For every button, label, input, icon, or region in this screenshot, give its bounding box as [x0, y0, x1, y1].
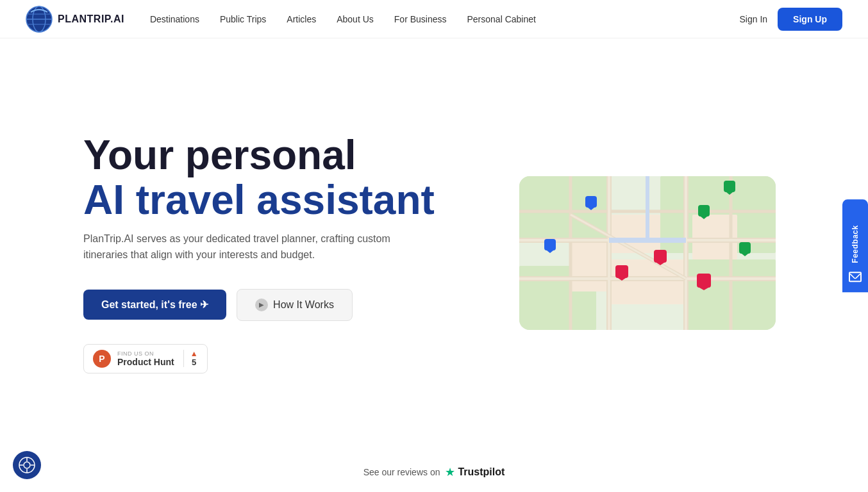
nav-actions: Sign In Sign Up — [740, 8, 842, 31]
product-hunt-score: ▲ 5 — [183, 350, 198, 367]
nav-links: Destinations Public Trips Articles About… — [150, 14, 740, 24]
trustpilot-star: ★ — [445, 465, 455, 479]
hero-map — [519, 176, 776, 330]
feedback-envelope-icon — [849, 272, 862, 283]
bottom-bar: See our reviews on ★ Trustpilot — [0, 465, 868, 479]
logo-link[interactable]: PLANTRIP.AI — [26, 6, 124, 33]
product-hunt-badge[interactable]: P FIND US ON Product Hunt ▲ 5 — [83, 344, 208, 373]
hero-content: Your personal AI travel assistant PlanTr… — [83, 133, 481, 373]
how-it-works-button[interactable]: ▶ How It Works — [237, 289, 353, 321]
svg-rect-36 — [698, 205, 710, 217]
hero-subtitle: PlanTrip.AI serves as your dedicated tra… — [83, 231, 391, 263]
logo-text: PLANTRIP.AI — [58, 13, 124, 25]
trustpilot-area: See our reviews on ★ Trustpilot — [363, 465, 505, 479]
svg-rect-40 — [654, 250, 667, 263]
trustpilot-prefix: See our reviews on — [363, 467, 440, 477]
map-container — [519, 176, 776, 330]
svg-rect-38 — [739, 242, 751, 254]
map-svg — [519, 176, 776, 330]
svg-rect-30 — [585, 196, 597, 208]
nav-link-public-trips[interactable]: Public Trips — [220, 14, 266, 24]
feedback-button[interactable]: Feedback — [842, 199, 868, 292]
bottom-icon-svg — [19, 457, 35, 473]
hero-section: Your personal AI travel assistant PlanTr… — [0, 38, 868, 455]
how-it-works-label: How It Works — [273, 299, 334, 311]
nav-link-personal-cabinet[interactable]: Personal Cabinet — [467, 14, 536, 24]
product-hunt-arrow: ▲ — [190, 350, 198, 357]
signup-button[interactable]: Sign Up — [778, 8, 842, 31]
logo-icon — [26, 6, 53, 33]
trustpilot-logo: ★ Trustpilot — [445, 465, 505, 479]
hero-title-line2: AI travel assistant — [83, 177, 435, 223]
trustpilot-name: Trustpilot — [458, 466, 505, 478]
svg-rect-44 — [697, 274, 711, 288]
nav-link-articles[interactable]: Articles — [287, 14, 316, 24]
nav-link-destinations[interactable]: Destinations — [150, 14, 199, 24]
hero-title: Your personal AI travel assistant — [83, 133, 481, 223]
get-started-button[interactable]: Get started, it's free ✈ — [83, 290, 226, 320]
hero-title-line1: Your personal — [83, 132, 356, 178]
navbar: PLANTRIP.AI Destinations Public Trips Ar… — [0, 0, 868, 38]
product-hunt-find-us: FIND US ON — [117, 350, 174, 357]
hero-buttons: Get started, it's free ✈ ▶ How It Works — [83, 289, 481, 321]
product-hunt-logo: P — [93, 350, 111, 368]
signin-button[interactable]: Sign In — [740, 14, 768, 24]
nav-link-for-business[interactable]: For Business — [394, 14, 447, 24]
svg-rect-14 — [571, 240, 609, 291]
product-hunt-number: 5 — [192, 357, 196, 367]
svg-point-47 — [24, 462, 30, 468]
svg-rect-42 — [615, 265, 628, 278]
product-hunt-name: Product Hunt — [117, 357, 174, 367]
nav-link-about-us[interactable]: About Us — [337, 14, 374, 24]
feedback-label: Feedback — [851, 225, 860, 263]
svg-rect-11 — [609, 215, 660, 253]
feedback-tab-wrapper: Feedback — [842, 199, 868, 292]
svg-rect-34 — [724, 181, 735, 192]
play-icon: ▶ — [255, 299, 268, 311]
svg-rect-32 — [544, 239, 556, 250]
bottom-left-icon[interactable] — [13, 451, 41, 479]
product-hunt-text-block: FIND US ON Product Hunt — [117, 350, 174, 367]
